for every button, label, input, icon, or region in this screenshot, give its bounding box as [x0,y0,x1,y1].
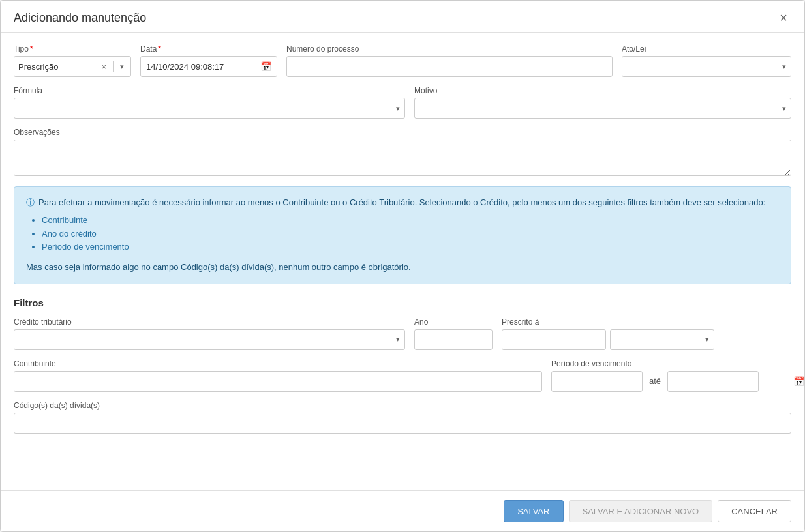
tipo-field[interactable]: Prescrição × ▾ [14,56,131,77]
info-list-item-1: Contribuinte [42,214,779,228]
ano-label: Ano [414,318,493,327]
filter-row-1: Crédito tributário ▾ Ano ▲ [14,318,791,350]
ato-lei-label: Ato/Lei [622,44,791,53]
formula-select[interactable] [14,98,405,119]
data-input[interactable] [141,57,255,76]
codigos-dividas-group: Código(s) da(s) dívida(s) [14,401,791,434]
codigos-dividas-label: Código(s) da(s) dívida(s) [14,401,791,410]
ate-label: até [646,376,663,386]
modal-footer: SALVAR SALVAR E ADICIONAR NOVO CANCELAR [1,490,804,531]
data-calendar-icon[interactable]: 📅 [255,61,277,72]
prescrito-a-label: Prescrito à [502,318,714,327]
ano-group: Ano ▲ ▼ [414,318,493,350]
tipo-label: Tipo* [14,44,131,53]
close-button[interactable]: × [776,10,791,25]
tipo-group: Tipo* Prescrição × ▾ [14,44,131,77]
cancelar-button[interactable]: CANCELAR [718,500,791,522]
prescrito-a-row: ▾ [502,329,714,350]
contribuinte-label: Contribuinte [14,359,542,368]
salvar-button[interactable]: SALVAR [504,500,563,522]
modal-title: Adicionando manutenção [14,11,146,25]
info-list: Contribuinte Ano do crédito Período de v… [42,214,779,254]
prescrito-a-select-wrapper: ▾ [610,329,714,350]
ato-lei-select[interactable] [622,56,791,77]
credito-tributario-select[interactable] [14,329,405,350]
periodo-end-input[interactable] [668,372,788,391]
formula-label: Fórmula [14,86,405,95]
salvar-adicionar-button: SALVAR E ADICIONAR NOVO [569,500,713,522]
motivo-select-wrapper: ▾ [414,98,791,119]
info-list-item-2: Ano do crédito [42,228,779,241]
info-main-text: ⓘPara efetuar a movimentação é necessári… [26,196,779,210]
filters-title: Filtros [14,297,791,308]
observacoes-group: Observações [14,128,791,176]
codigos-dividas-input[interactable] [14,413,791,434]
info-list-item-3: Período de vencimento [42,241,779,254]
modal-container: Adicionando manutenção × Tipo* Prescriçã… [0,0,805,532]
numero-processo-group: Número do processo [286,44,613,77]
periodo-end-field[interactable]: 📅 [667,371,759,392]
periodo-row: 📅 até 📅 [551,371,759,392]
tipo-clear-button[interactable]: × [99,62,109,72]
motivo-select[interactable] [414,98,791,119]
filters-section: Filtros Crédito tributário ▾ Ano [14,297,791,434]
info-icon: ⓘ [26,198,35,207]
motivo-group: Motivo ▾ [414,86,791,119]
data-field[interactable]: 📅 [140,56,277,77]
numero-processo-label: Número do processo [286,44,613,53]
formula-select-wrapper: ▾ [14,98,405,119]
form-row-1: Tipo* Prescrição × ▾ Data* [14,44,791,77]
credito-tributario-select-wrapper: ▾ [14,329,405,350]
credito-tributario-label: Crédito tributário [14,318,405,327]
formula-group: Fórmula ▾ [14,86,405,119]
data-group: Data* 📅 [140,44,277,77]
prescrito-a-select[interactable] [610,329,714,350]
data-label: Data* [140,44,277,53]
periodo-start-field[interactable]: 📅 [551,371,643,392]
modal-header: Adicionando manutenção × [1,1,804,33]
periodo-end-calendar-icon[interactable]: 📅 [788,376,805,387]
filter-row-2: Contribuinte Período de vencimento 📅 até [14,359,791,392]
ato-lei-group: Ato/Lei ▾ [622,44,791,77]
modal-body: Tipo* Prescrição × ▾ Data* [1,33,804,490]
tipo-value: Prescrição [18,62,99,72]
periodo-vencimento-group: Período de vencimento 📅 até 📅 [551,359,759,392]
contribuinte-group: Contribuinte [14,359,542,392]
periodo-vencimento-label: Período de vencimento [551,359,759,368]
numero-processo-input[interactable] [286,56,613,77]
prescrito-a-group: Prescrito à ▾ [502,318,714,350]
motivo-label: Motivo [414,86,791,95]
observacoes-label: Observações [14,128,791,137]
prescrito-a-input[interactable] [502,329,606,350]
info-box: ⓘPara efetuar a movimentação é necessári… [14,186,791,284]
ato-lei-select-wrapper: ▾ [622,56,791,77]
ano-field[interactable]: ▲ ▼ [414,329,493,350]
info-footer-text: Mas caso seja informado algo no campo Có… [26,261,779,274]
form-row-2: Fórmula ▾ Motivo ▾ [14,86,791,119]
credito-tributario-group: Crédito tributário ▾ [14,318,405,350]
observacoes-textarea[interactable] [14,140,791,176]
tipo-divider [113,61,114,72]
tipo-dropdown-button[interactable]: ▾ [117,63,127,71]
contribuinte-input[interactable] [14,371,542,392]
